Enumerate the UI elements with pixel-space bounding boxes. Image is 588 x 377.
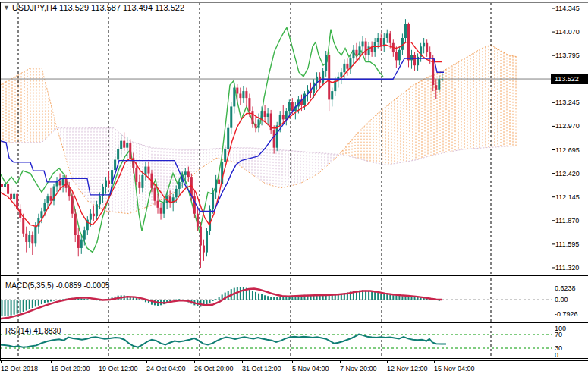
date-axis-label: 24 Oct 04:00 <box>146 365 186 372</box>
price-axis-label: 112.695 <box>555 146 580 154</box>
price-axis-label: 111.320 <box>555 264 579 272</box>
price-axis-label: 114.070 <box>555 28 580 36</box>
price-axis-label: 112.970 <box>555 122 580 130</box>
rsi-indicator-label: RSI(14) 41.8830 <box>5 327 61 335</box>
date-axis-label: 12 Oct 2018 <box>1 365 38 372</box>
symbol-ohlc-text: USDJPY,H4 113.529 113.587 113.494 113.52… <box>12 3 184 12</box>
price-axis-label: 114.345 <box>555 5 580 12</box>
macd-axis-label: 0.00 <box>555 296 568 303</box>
price-axis-label: 112.420 <box>555 170 580 178</box>
axis-ticks <box>2 8 555 363</box>
date-axis-label: 26 Oct 20:00 <box>194 365 234 372</box>
chart-symbol-ohlc: ▼USDJPY,H4 113.529 113.587 113.494 113.5… <box>3 3 184 12</box>
trading-chart-window: ▼USDJPY,H4 113.529 113.587 113.494 113.5… <box>0 0 588 377</box>
macd-panel <box>0 287 552 319</box>
date-axis-label: 15 Nov 04:00 <box>434 365 475 372</box>
rsi-axis-label: 70 <box>555 331 562 338</box>
date-axis-label: 19 Oct 12:00 <box>99 365 138 372</box>
date-axis-label: 12 Nov 12:00 <box>387 365 428 372</box>
price-axis-label: 113.245 <box>555 99 580 106</box>
macd-indicator-label: MACD(5,35,5) -0.0859 -0.0005 <box>5 281 109 290</box>
rsi-panel <box>0 335 552 348</box>
date-axis-label: 16 Oct 20:00 <box>51 365 90 372</box>
tenkan-sen-line <box>0 42 442 227</box>
price-axis-label: 111.870 <box>555 217 579 225</box>
date-axis-label: 7 Nov 20:00 <box>340 365 377 372</box>
price-axis-label: 112.145 <box>555 193 580 201</box>
current-price-tag: 113.522 <box>551 74 588 84</box>
chevron-down-icon[interactable]: ▼ <box>3 4 10 11</box>
price-axis-label: 111.595 <box>555 240 579 248</box>
date-axis-label: 5 Nov 04:00 <box>292 365 329 372</box>
date-axis-label: 31 Oct 12:00 <box>242 365 281 372</box>
chart-plot-area[interactable] <box>0 0 588 377</box>
rsi-axis-label: 0 <box>555 351 558 359</box>
macd-axis-label: 0.6238 <box>555 284 576 292</box>
price-axis-label: 113.795 <box>555 52 580 59</box>
macd-axis-label: -0.7926 <box>555 310 578 318</box>
